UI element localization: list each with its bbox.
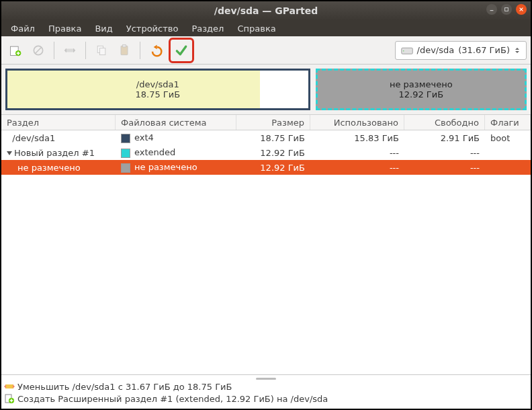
svg-marker-17 [154,44,157,49]
toolbar-separator [54,42,54,59]
graphic-partition-unallocated[interactable]: не размечено 12.92 ГиБ [316,69,527,110]
menu-file[interactable]: Файл [4,22,42,36]
svg-rect-22 [5,384,13,388]
toolbar-separator [85,42,86,59]
minimize-button[interactable] [486,4,497,15]
cell-used: --- [310,161,404,174]
pending-row[interactable]: Уменьшить /dev/sda1 с 31.67 ГиБ до 18.75… [4,380,528,393]
pending-row[interactable]: Создать Расширенный раздел #1 (extended,… [4,393,528,405]
svg-marker-12 [73,48,75,52]
svg-rect-16 [123,44,126,46]
maximize-button[interactable] [501,4,512,15]
chevron-updown-icon [514,47,521,54]
delete-button [28,40,48,60]
col-flags[interactable]: Флаги [485,115,531,130]
cell-partition: не размечено [17,163,81,173]
menubar: Файл Правка Вид Устройство Раздел Справк… [1,20,531,36]
col-partition[interactable]: Раздел [1,115,116,130]
graphic-partition-sda1[interactable]: /dev/sda1 18.75 ГиБ [5,69,310,110]
col-filesystem[interactable]: Файловая система [116,115,236,130]
svg-marker-11 [64,48,66,52]
table-header: Раздел Файловая система Размер Использов… [1,114,531,130]
cell-used: 15.83 ГиБ [310,132,404,145]
fs-swatch-extended [121,149,130,158]
expand-icon[interactable] [7,151,12,155]
partition-table: Раздел Файловая система Размер Использов… [1,114,531,374]
cell-flags: boot [485,132,531,145]
graphic-p1-size: 18.75 ГиБ [135,89,180,99]
pending-text: Уменьшить /dev/sda1 с 31.67 ГиБ до 18.75… [17,382,232,392]
resize-icon [4,381,15,392]
graphic-p2-name: не размечено [390,79,453,89]
svg-line-9 [35,47,42,54]
svg-point-19 [403,50,404,52]
new-partition-button[interactable] [5,40,26,60]
close-button[interactable] [516,4,527,15]
cell-size: 12.92 ГиБ [236,161,310,174]
cell-flags [485,166,531,169]
svg-marker-21 [515,51,519,53]
svg-rect-14 [100,48,105,54]
pending-text: Создать Расширенный раздел #1 (extended,… [17,394,328,404]
cell-fs: не размечено [134,162,197,172]
cell-free: 2.91 ГиБ [404,132,485,145]
apply-button[interactable] [171,40,191,60]
svg-marker-23 [4,384,6,388]
partition-graphic: /dev/sda1 18.75 ГиБ не размечено 12.92 Г… [1,65,531,114]
table-body: /dev/sda1 ext4 18.75 ГиБ 15.83 ГиБ 2.91 … [1,130,531,374]
resize-button [60,40,80,60]
menu-edit[interactable]: Правка [42,22,88,36]
svg-rect-10 [65,48,74,52]
device-name: /dev/sda [417,45,455,55]
cell-flags [485,151,531,154]
pending-operations: Уменьшить /dev/sda1 с 31.67 ГиБ до 18.75… [1,374,531,409]
cell-free: --- [404,147,485,159]
apply-button-highlight [169,38,194,63]
cell-fs: extended [134,147,175,157]
table-row[interactable]: /dev/sda1 ext4 18.75 ГиБ 15.83 ГиБ 2.91 … [1,130,531,145]
drive-icon [401,46,413,55]
toolbar: /dev/sda (31.67 ГиБ) [1,36,531,65]
table-row[interactable]: Новый раздел #1 extended 12.92 ГиБ --- -… [1,145,531,160]
graphic-p2-size: 12.92 ГиБ [390,89,453,99]
svg-rect-1 [505,8,508,11]
cell-partition: Новый раздел #1 [14,148,95,158]
paste-button [114,40,134,60]
svg-marker-20 [515,48,519,50]
svg-marker-24 [13,384,15,388]
fs-swatch-ext4 [121,134,130,143]
window-controls [486,4,527,15]
menu-partition[interactable]: Раздел [185,22,230,36]
titlebar: /dev/sda — GParted [1,1,531,20]
col-size[interactable]: Размер [236,115,310,130]
device-size: (31.67 ГиБ) [458,45,510,55]
menu-view[interactable]: Вид [88,22,119,36]
graphic-p1-name: /dev/sda1 [135,79,180,89]
cell-used: --- [310,147,404,159]
menu-help[interactable]: Справка [230,22,282,36]
cell-partition: /dev/sda1 [12,133,55,143]
col-used[interactable]: Использовано [310,115,404,130]
copy-button [91,40,112,60]
menu-device[interactable]: Устройство [120,22,185,36]
col-free[interactable]: Свободно [404,115,485,130]
new-icon [4,393,15,404]
fs-swatch-unallocated [121,163,130,173]
cell-size: 18.75 ГиБ [236,132,310,145]
cell-fs: ext4 [134,132,154,142]
toolbar-separator [140,42,140,59]
cell-size: 12.92 ГиБ [236,147,310,159]
gparted-window: /dev/sda — GParted Файл Правка Вид Устро… [0,0,532,410]
table-row-selected[interactable]: не размечено не размечено 12.92 ГиБ --- … [1,160,531,175]
window-title: /dev/sda — GParted [214,5,318,16]
undo-button[interactable] [146,40,166,60]
device-selector[interactable]: /dev/sda (31.67 ГиБ) [395,41,527,60]
cell-free: --- [404,161,485,174]
